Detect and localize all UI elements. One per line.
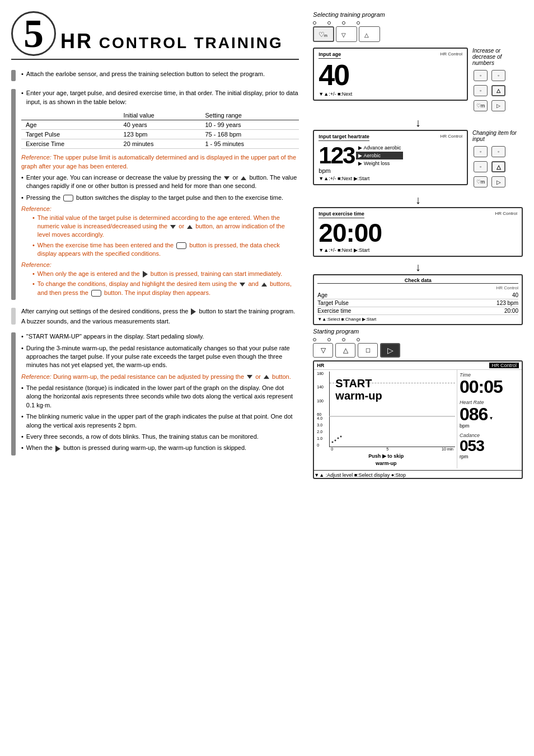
- input-hr-screen: Input target heartrate HR Control 123 ▶ …: [313, 130, 468, 185]
- time-initial: 20 minutes: [119, 139, 201, 149]
- ex-screen-wrap: Input exercise time HR Control 20:00 ▼▲:…: [313, 207, 523, 257]
- check-row-ex: Exercise time 20:00: [317, 307, 518, 315]
- section-3-text-1: After carrying out settings of the desir…: [21, 308, 299, 315]
- dot-2: [327, 21, 331, 25]
- ref-text-1: The upper pulse limit is automatically d…: [21, 154, 296, 169]
- down-arrow-icon-4: [247, 375, 252, 379]
- bullet-skip-marker: •: [21, 444, 24, 452]
- bullet-marker-3: •: [21, 173, 24, 191]
- ref-2-text-1: The initial value of the target pulse is…: [38, 214, 299, 240]
- s-dot-3: [342, 338, 345, 341]
- section-2-content: • Enter your age, target pulse, and desi…: [21, 89, 299, 300]
- pulse-initial: 123 bpm: [119, 130, 201, 139]
- section-3-content: After carrying out settings of the desir…: [21, 308, 299, 325]
- bullet-1: • Attach the earlobe sensor, and press t…: [21, 70, 299, 78]
- ci-btn-3[interactable]: ◦: [474, 161, 488, 172]
- bullet-blinks: • Every three seconds, a row of dots bli…: [21, 433, 299, 441]
- ref-label-2: Reference:: [21, 205, 51, 212]
- ref-warmup-label: Reference:: [21, 373, 53, 380]
- ref-warmup-text: During warm-up, the pedal resistance can…: [53, 373, 291, 380]
- check-controls: ▼▲:Select ■:Change ▶:Start: [317, 317, 518, 322]
- inc-btn-4[interactable]: △: [491, 85, 505, 96]
- input-age-screen: Input age HR Control 40 ▼▲:+/- ■:Next: [313, 48, 468, 101]
- inc-btn-5[interactable]: ♡m: [474, 100, 488, 111]
- page-header: 5 HR Control Training: [11, 11, 299, 60]
- y-1: 1.0: [317, 436, 329, 440]
- col-range: Setting range: [200, 111, 299, 120]
- ci-btn-1[interactable]: ◦: [474, 146, 488, 157]
- program-btns: ♡ m ▽ △: [313, 26, 380, 42]
- inc-btn-1[interactable]: ◦: [474, 70, 488, 81]
- check-ex-label: Exercise time: [317, 308, 351, 314]
- check-ex-val: 20:00: [504, 308, 518, 314]
- hr-screen-wrap: Input target heartrate HR Control 123 ▶ …: [313, 130, 468, 190]
- square-button-icon-2: [176, 242, 186, 249]
- bullet-warmup-marker-2: •: [21, 344, 24, 370]
- svg-text:▽: ▽: [341, 32, 346, 38]
- bullet-torque-text: The pedal resistance (torque) is indicat…: [26, 384, 299, 410]
- heartrate-metric: Heart Rate 086 ▼ bpm: [460, 400, 519, 429]
- age-section: Input age HR Control 40 ▼▲:+/- ■:Next In…: [313, 48, 523, 112]
- age-initial: 40 years: [119, 120, 201, 130]
- section-4-content: • "START WARM-UP" appears in the display…: [21, 332, 299, 456]
- sp-btn-3[interactable]: ☐: [358, 343, 378, 358]
- hr-nav-controls: ▼▲:+/- ■:Next ▶:Start: [318, 176, 462, 181]
- x-axis-labels: 0 5 10 min: [329, 447, 455, 451]
- ref-2-bullet-1: • The initial value of the target pulse …: [32, 214, 299, 240]
- hr-label: HR: [60, 30, 93, 53]
- y-100: 100: [317, 399, 329, 403]
- bullet-warmup-text-1: "START WARM-UP" appears in the display. …: [26, 332, 204, 341]
- ci-btn-4[interactable]: △: [491, 161, 505, 172]
- section-2-bar: [11, 89, 16, 300]
- reference-2: Reference: • The initial value of the ta…: [21, 205, 299, 258]
- time-value: 00:05: [460, 378, 519, 396]
- inc-btn-3[interactable]: ◦: [474, 85, 488, 96]
- y-4: 4.0: [317, 416, 329, 420]
- hr-section: Input target heartrate HR Control 123 ▶ …: [313, 130, 523, 190]
- square-button-icon: [63, 195, 73, 201]
- arrow-down-3: ↓: [313, 261, 523, 273]
- hr-down-arrow: ▼: [489, 416, 493, 421]
- cadence-unit: rpm: [460, 454, 519, 459]
- ref-label-3: Reference:: [21, 261, 51, 268]
- s-dot-2: [327, 338, 331, 341]
- start-warmup-text: START warm-up: [335, 377, 382, 402]
- start-text: START: [335, 377, 382, 389]
- increase-label: Increase or decrease of numbers: [472, 48, 523, 66]
- section-1: • Attach the earlobe sensor, and press t…: [11, 70, 299, 81]
- kg-dots-svg: [330, 417, 455, 447]
- prog-btn-2[interactable]: ▽: [336, 26, 357, 42]
- item-pulse: Target Pulse: [21, 130, 119, 139]
- svg-point-7: [340, 436, 342, 438]
- ci-btn-6[interactable]: ▷: [491, 176, 505, 187]
- sp-btn-4[interactable]: ▷: [380, 343, 400, 358]
- top-dots: [313, 21, 380, 25]
- hr-value-row: 123 ▶ Advance aerobic ▶ Aerobic ▶ Weight…: [318, 143, 462, 167]
- ref-bullet-marker-2: •: [32, 241, 35, 259]
- dot-1: [313, 21, 316, 25]
- up-arrow-icon-4: [264, 375, 269, 379]
- inc-btn-2[interactable]: ◦: [491, 70, 505, 81]
- s-dot-1: [313, 338, 316, 341]
- bullet-torque-marker: •: [21, 384, 24, 410]
- kg-graph: [329, 416, 455, 447]
- hr-dropdown-aerobic[interactable]: ▶ Aerobic: [356, 152, 403, 159]
- inc-btn-6[interactable]: ▷: [491, 100, 505, 111]
- ref-3-bullet-2: • To change the conditions, display and …: [32, 280, 299, 297]
- prog-btn-1[interactable]: ♡ m: [313, 26, 334, 42]
- hr-dropdown-advance: ▶ Advance aerobic: [356, 144, 403, 152]
- ci-btn-2[interactable]: ◦: [491, 146, 505, 157]
- page-title: HR Control Training: [60, 30, 283, 53]
- ci-btn-5[interactable]: ♡m: [474, 176, 488, 187]
- bullet-marker-4: •: [21, 194, 24, 202]
- selecting-title: Selecting training program: [313, 11, 523, 18]
- play-button-icon-3: [55, 445, 60, 452]
- bullet-blink: • The blinking numeric value in the uppe…: [21, 412, 299, 430]
- bullet-age: • Enter your age. You can increase or de…: [21, 173, 299, 191]
- sp-btn-1[interactable]: ▽: [313, 343, 333, 358]
- s-dot-4: [357, 338, 360, 341]
- prog-btn-3[interactable]: △: [359, 26, 380, 42]
- col-initial: Initial value: [119, 111, 201, 120]
- sp-btn-2[interactable]: △: [335, 343, 355, 358]
- change-item-section: Changing item for input ◦ ◦ ◦ △ ♡m ▷: [472, 130, 523, 190]
